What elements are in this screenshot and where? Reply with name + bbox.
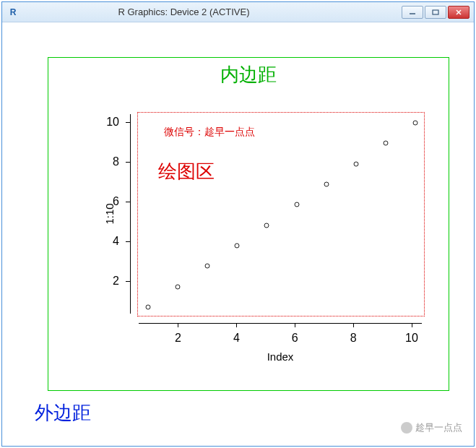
data-point: [205, 264, 210, 269]
y-axis: 246810: [130, 114, 131, 314]
y-tick: [126, 241, 130, 242]
x-tick-label: 2: [175, 332, 181, 345]
watermark-icon: [401, 422, 412, 434]
x-tick: [236, 323, 237, 327]
x-tick-label: 10: [405, 332, 418, 345]
x-tick: [295, 323, 295, 327]
data-point: [176, 284, 181, 289]
maximize-icon: [432, 9, 439, 15]
data-point: [383, 141, 388, 146]
y-tick-label: 10: [106, 116, 119, 129]
y-tick: [126, 122, 130, 123]
y-tick-label: 6: [113, 195, 119, 208]
window-content: 外边距 内边距 1:10 246810 微信号：趁早一点点 绘图区 Index …: [2, 22, 474, 446]
svg-rect-1: [433, 10, 438, 14]
data-point: [264, 223, 269, 228]
x-tick-label: 6: [292, 332, 298, 345]
inner-margin-label: 内边距: [220, 62, 277, 87]
watermark: 趁早一点点: [401, 421, 462, 434]
x-tick: [353, 323, 354, 327]
window-controls: [402, 6, 469, 19]
x-tick: [412, 323, 412, 327]
titlebar[interactable]: R R Graphics: Device 2 (ACTIVE): [2, 2, 474, 22]
y-tick-label: 8: [113, 155, 119, 168]
y-tick-label: 4: [113, 235, 119, 248]
plot-region-label: 绘图区: [158, 159, 215, 184]
y-tick: [126, 202, 130, 202]
minimize-button[interactable]: [402, 6, 423, 19]
data-point: [146, 305, 151, 310]
y-tick: [126, 162, 130, 163]
x-tick-label: 4: [233, 332, 240, 345]
x-tick: [178, 323, 178, 327]
data-point: [294, 202, 299, 207]
close-icon: [455, 9, 462, 15]
data-point: [413, 121, 418, 126]
close-button[interactable]: [448, 6, 469, 19]
y-tick-label: 2: [113, 275, 119, 288]
plot-region-box: 微信号：趁早一点点 绘图区: [137, 112, 425, 316]
minimize-icon: [409, 9, 416, 15]
data-point: [324, 182, 329, 187]
maximize-button[interactable]: [425, 6, 446, 19]
outer-margin-label: 外边距: [35, 400, 91, 426]
y-tick: [126, 281, 130, 282]
x-axis-label: Index: [267, 350, 294, 363]
x-axis: Index 246810: [139, 323, 422, 324]
window-title: R Graphics: Device 2 (ACTIVE): [0, 7, 402, 17]
data-point: [235, 244, 240, 249]
figure-region-box: 内边距 1:10 246810 微信号：趁早一点点 绘图区 Index 2468…: [48, 57, 449, 391]
watermark-text: 趁早一点点: [415, 421, 462, 434]
app-window: R R Graphics: Device 2 (ACTIVE) 外边距 内边距 …: [1, 1, 475, 447]
data-point: [353, 161, 358, 166]
wechat-annotation: 微信号：趁早一点点: [164, 126, 255, 139]
x-tick-label: 8: [350, 332, 357, 345]
